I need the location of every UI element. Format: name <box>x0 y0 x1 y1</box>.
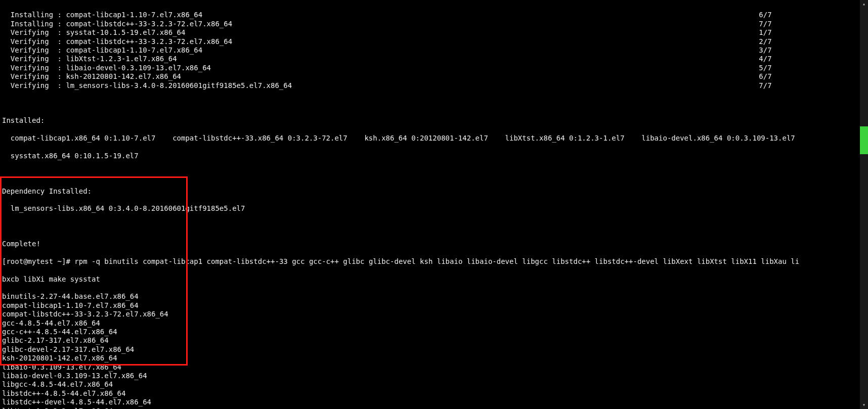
progress-count: 6/7 <box>759 72 776 81</box>
rpm-command-part1: rpm -q binutils compat-libcap1 compat-li… <box>74 257 799 265</box>
blank-line <box>2 222 858 231</box>
installed-header: Installed: <box>2 116 858 125</box>
rpm-output-line: compat-libstdc++-33-3.2.3-72.el7.x86_64 <box>2 310 858 319</box>
progress-count: 3/7 <box>759 46 776 55</box>
progress-action: Verifying : compat-libcap1-1.10-7.el7.x8… <box>2 46 202 55</box>
shell-prompt: [root@mytest ~]# <box>2 257 74 265</box>
progress-count: 4/7 <box>759 55 776 63</box>
dependency-installed-header: Dependency Installed: <box>2 187 858 196</box>
yum-progress-line: Verifying : sysstat-10.1.5-19.el7.x86_64… <box>2 28 776 37</box>
terminal-output[interactable]: Installing : compat-libcap1-1.10-7.el7.x… <box>0 0 860 409</box>
progress-count: 6/7 <box>759 11 776 19</box>
yum-progress-line: Installing : compat-libcap1-1.10-7.el7.x… <box>2 11 776 19</box>
blank-line <box>2 99 858 107</box>
rpm-output-line: gcc-c++-4.8.5-44.el7.x86_64 <box>2 328 858 336</box>
progress-action: Verifying : libaio-devel-0.3.109-13.el7.… <box>2 64 211 72</box>
progress-action: Verifying : lm_sensors-libs-3.4.0-8.2016… <box>2 81 292 90</box>
rpm-output-line: ksh-20120801-142.el7.x86_64 <box>2 354 858 362</box>
rpm-output-line: libstdc++-devel-4.8.5-44.el7.x86_64 <box>2 398 858 406</box>
scrollbar-up-arrow-icon[interactable]: ▴ <box>860 0 868 8</box>
progress-action: Verifying : compat-libstdc++-33-3.2.3-72… <box>2 37 232 46</box>
rpm-output-line: glibc-devel-2.17-317.el7.x86_64 <box>2 345 858 354</box>
yum-progress-line: Verifying : libXtst-1.2.3-1.el7.x86_644/… <box>2 55 776 63</box>
rpm-output-line: glibc-2.17-317.el7.x86_64 <box>2 336 858 345</box>
progress-count: 7/7 <box>759 20 776 28</box>
rpm-output-line: libXext-1.3.3-3.el7.x86_64 <box>2 407 858 409</box>
yum-progress-line: Verifying : compat-libstdc++-33-3.2.3-72… <box>2 37 776 46</box>
progress-action: Verifying : ksh-20120801-142.el7.x86_64 <box>2 72 181 81</box>
scrollbar-track[interactable]: ▴ ▾ <box>860 0 868 409</box>
progress-count: 1/7 <box>759 28 776 37</box>
rpm-output-line: libstdc++-4.8.5-44.el7.x86_64 <box>2 389 858 398</box>
rpm-output-line: compat-libcap1-1.10-7.el7.x86_64 <box>2 301 858 310</box>
progress-action: Verifying : libXtst-1.2.3-1.el7.x86_64 <box>2 55 177 63</box>
yum-progress-line: Verifying : ksh-20120801-142.el7.x86_646… <box>2 72 776 81</box>
progress-action: Installing : compat-libcap1-1.10-7.el7.x… <box>2 11 202 19</box>
complete-message: Complete! <box>2 240 858 248</box>
yum-progress-line: Installing : compat-libstdc++-33-3.2.3-7… <box>2 20 776 28</box>
progress-count: 2/7 <box>759 37 776 46</box>
yum-progress-line: Verifying : compat-libcap1-1.10-7.el7.x8… <box>2 46 776 55</box>
yum-progress-line: Verifying : libaio-devel-0.3.109-13.el7.… <box>2 64 776 72</box>
installed-packages-line1: compat-libcap1.x86_64 0:1.10-7.el7 compa… <box>2 134 858 143</box>
rpm-output-line: libaio-devel-0.3.109-13.el7.x86_64 <box>2 372 858 380</box>
rpm-output-line: libgcc-4.8.5-44.el7.x86_64 <box>2 380 858 389</box>
installed-packages-line2: sysstat.x86_64 0:10.1.5-19.el7 <box>2 152 858 160</box>
dependency-installed-line: lm_sensors-libs.x86_64 0:3.4.0-8.2016060… <box>2 204 858 213</box>
progress-action: Installing : compat-libstdc++-33-3.2.3-7… <box>2 20 232 28</box>
scrollbar-down-arrow-icon[interactable]: ▾ <box>860 401 868 409</box>
progress-count: 5/7 <box>759 64 776 72</box>
scrollbar-thumb[interactable] <box>860 126 868 154</box>
progress-count: 7/7 <box>759 81 776 90</box>
rpm-output-line: binutils-2.27-44.base.el7.x86_64 <box>2 292 858 301</box>
yum-progress-line: Verifying : lm_sensors-libs-3.4.0-8.2016… <box>2 81 776 90</box>
rpm-output-line: gcc-4.8.5-44.el7.x86_64 <box>2 319 858 328</box>
rpm-output-line: libaio-0.3.109-13.el7.x86_64 <box>2 363 858 372</box>
command-line-1-wrap: bxcb libXi make sysstat <box>2 275 858 284</box>
blank-line <box>2 169 858 178</box>
progress-action: Verifying : sysstat-10.1.5-19.el7.x86_64 <box>2 28 185 37</box>
command-line-1: [root@mytest ~]# rpm -q binutils compat-… <box>2 257 858 266</box>
